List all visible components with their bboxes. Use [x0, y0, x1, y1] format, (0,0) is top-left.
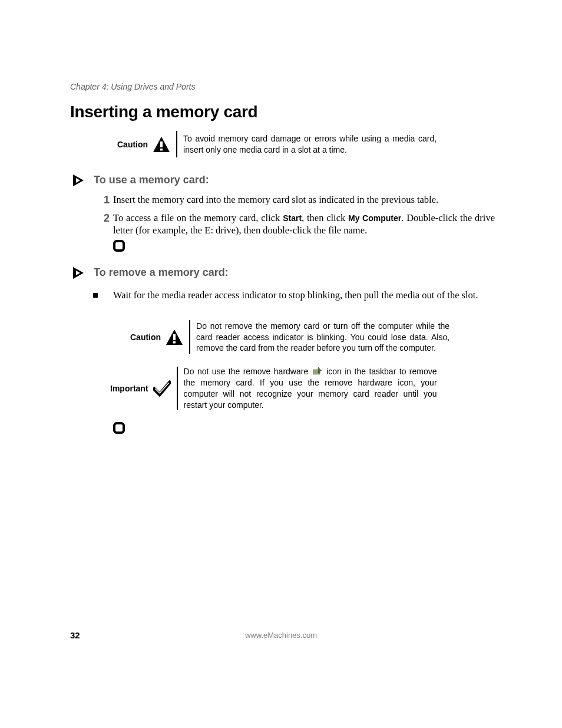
- step-body: To access a file on the memory card, cli…: [113, 212, 495, 237]
- document-page: Chapter 4: Using Drives and Ports Insert…: [0, 0, 562, 728]
- footer-url: www.eMachines.com: [0, 631, 562, 640]
- important-text: Do not use the remove hardware icon in t…: [184, 366, 437, 411]
- important-checkmark-icon: [153, 380, 171, 397]
- step-body: Insert the memory card into the memory c…: [113, 193, 495, 206]
- svg-rect-4: [173, 341, 176, 344]
- chapter-header: Chapter 4: Using Drives and Ports: [70, 82, 195, 91]
- callout-divider: [177, 367, 178, 410]
- end-of-procedure-icon: [113, 421, 125, 437]
- caution-text: To avoid memory card damage or errors wh…: [183, 133, 437, 156]
- bold-start: Start: [283, 213, 302, 223]
- square-bullet-icon: [93, 293, 98, 298]
- caution-label: Caution: [117, 140, 148, 149]
- bulleted-item: Wait for the media reader access indicat…: [93, 289, 495, 301]
- step-text-mid: , then click: [302, 212, 348, 223]
- step-2: 2 To access a file on the memory card, c…: [94, 212, 495, 237]
- caution-icon: [153, 136, 170, 153]
- bold-mycomputer: My Computer: [348, 213, 401, 223]
- step-number: 2: [94, 213, 110, 223]
- svg-rect-3: [173, 334, 176, 340]
- bulleted-item-text: Wait for the media reader access indicat…: [113, 289, 495, 301]
- important-text-pre: Do not use the remove hardware: [184, 367, 312, 376]
- end-of-procedure-icon: [113, 239, 125, 255]
- caution-icon: [166, 329, 183, 345]
- step-number: 1: [94, 195, 110, 205]
- callout-divider: [189, 320, 190, 354]
- step-text-pre: To access a file on the memory card, cli…: [113, 212, 283, 223]
- step-1: 1 Insert the memory card into the memory…: [94, 193, 495, 206]
- caution-text: Do not remove the memory card or turn of…: [196, 321, 449, 354]
- caution-callout-1: Caution To avoid memory card damage or e…: [117, 131, 437, 157]
- section-heading-remove: To remove a memory card:: [94, 266, 229, 279]
- caution-label: Caution: [130, 332, 161, 342]
- page-title: Inserting a memory card: [70, 103, 257, 121]
- arrow-bullet-icon: [71, 173, 85, 190]
- arrow-bullet-icon: [71, 266, 85, 282]
- svg-rect-1: [160, 149, 163, 151]
- svg-rect-0: [160, 141, 163, 147]
- section-heading-use: To use a memory card:: [94, 174, 209, 186]
- svg-rect-2: [114, 241, 124, 251]
- remove-hardware-icon: [313, 367, 322, 375]
- important-label: Important: [110, 384, 148, 393]
- callout-divider: [176, 131, 177, 157]
- caution-callout-2: Caution Do not remove the memory card or…: [130, 320, 449, 354]
- svg-rect-6: [114, 423, 124, 433]
- important-callout: Important Do not use the remove hardware…: [110, 366, 437, 411]
